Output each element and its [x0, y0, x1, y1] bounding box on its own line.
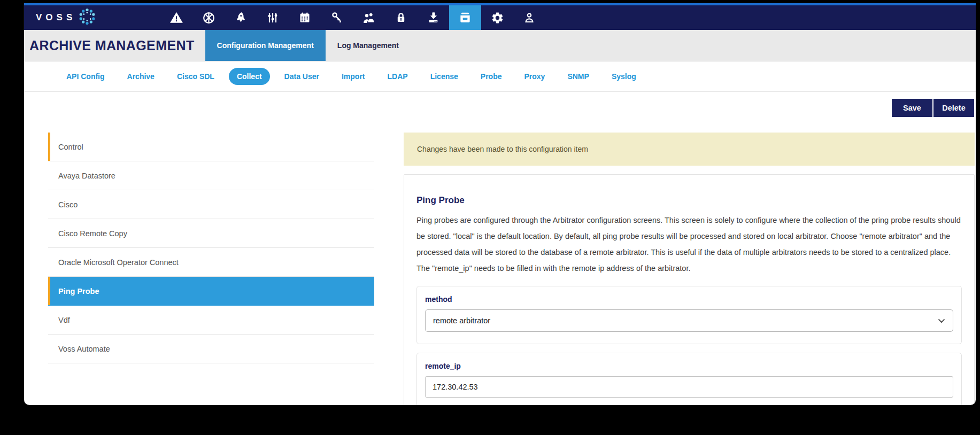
action-toolbar: Save Delete [24, 92, 976, 122]
method-field-label: method [425, 295, 953, 304]
alerts-nav-button[interactable] [160, 5, 192, 30]
remote-ip-field-label: remote_ip [425, 362, 953, 370]
list-item-control[interactable]: Control [48, 133, 374, 161]
top-nav-icons [160, 5, 545, 30]
person-icon [523, 11, 536, 24]
launch-nav-button[interactable] [225, 5, 257, 30]
subnav-item-api-config[interactable]: API Config [58, 68, 113, 85]
voss-logo-text: VOSS [36, 12, 76, 23]
subnav-item-ldap[interactable]: LDAP [380, 68, 416, 85]
subnav-item-license[interactable]: License [422, 68, 466, 85]
rocket-icon [234, 11, 247, 24]
subnav-item-proxy[interactable]: Proxy [516, 68, 553, 85]
config-item-list: Control Avaya Datastore Cisco Cisco Remo… [48, 133, 374, 363]
schedule-nav-button[interactable] [289, 5, 321, 30]
method-select-value: remote arbitrator [433, 316, 490, 325]
user-groups-nav-button[interactable] [353, 5, 385, 30]
ping-probe-panel: Ping Probe Ping probes are configured th… [404, 174, 975, 405]
list-item-avaya-datastore[interactable]: Avaya Datastore [48, 161, 374, 190]
network-nav-button[interactable] [192, 5, 225, 30]
lock-icon [395, 11, 407, 24]
voss-logo: VOSS [36, 6, 97, 29]
app-window: VOSS [24, 3, 976, 405]
method-select[interactable]: remote arbitrator [425, 309, 953, 332]
config-subnav: API Config Archive Cisco SDL Collect Dat… [24, 61, 976, 91]
top-nav-bar: VOSS [24, 5, 976, 30]
remote-ip-field-group: remote_ip [416, 353, 962, 405]
subnav-item-probe[interactable]: Probe [473, 68, 510, 85]
list-item-ping-probe[interactable]: Ping Probe [48, 277, 374, 306]
page-title: ARCHIVE MANAGEMENT [29, 38, 195, 53]
subnav-item-import[interactable]: Import [334, 68, 373, 85]
network-globe-icon [202, 11, 215, 25]
settings-sliders-nav-button[interactable] [257, 5, 289, 30]
warning-icon [169, 11, 183, 25]
tab-log-management[interactable]: Log Management [326, 30, 411, 61]
list-item-vdf[interactable]: Vdf [48, 306, 374, 335]
import-export-nav-button[interactable] [417, 5, 449, 30]
key-icon [330, 11, 343, 24]
list-item-cisco-remote-copy[interactable]: Cisco Remote Copy [48, 219, 374, 248]
security-nav-button[interactable] [385, 5, 417, 30]
list-item-voss-automate[interactable]: Voss Automate [48, 335, 374, 363]
list-item-oracle-microsoft-operator-connect[interactable]: Oracle Microsoft Operator Connect [48, 248, 374, 277]
users-icon [362, 11, 376, 25]
voss-logo-icon [77, 6, 97, 29]
method-field-group: method remote arbitrator [416, 286, 962, 344]
subnav-item-syslog[interactable]: Syslog [604, 68, 644, 85]
main-area: Control Avaya Datastore Cisco Cisco Remo… [24, 122, 976, 405]
page-header: ARCHIVE MANAGEMENT Configuration Managem… [24, 30, 976, 61]
chevron-down-icon [938, 316, 945, 325]
remote-ip-input[interactable] [425, 376, 953, 398]
system-settings-nav-button[interactable] [481, 5, 513, 30]
download-icon [427, 11, 440, 25]
section-description: Ping probes are configured through the A… [416, 212, 962, 276]
list-item-cisco[interactable]: Cisco [48, 190, 374, 219]
module-tabs: Configuration Management Log Management [205, 30, 411, 61]
access-keys-nav-button[interactable] [321, 5, 353, 30]
tab-configuration-management[interactable]: Configuration Management [205, 30, 326, 61]
subnav-item-archive[interactable]: Archive [119, 68, 163, 85]
unsaved-changes-banner: Changes have been made to this configura… [404, 133, 975, 166]
detail-pane: Changes have been made to this configura… [404, 133, 975, 405]
gear-icon [491, 11, 504, 25]
subnav-item-snmp[interactable]: SNMP [559, 68, 597, 85]
save-button[interactable]: Save [892, 99, 932, 117]
archive-box-icon [458, 11, 472, 25]
section-title: Ping Probe [416, 195, 962, 206]
subnav-item-data-user[interactable]: Data User [276, 68, 327, 85]
account-nav-button[interactable] [513, 5, 545, 30]
subnav-item-cisco-sdl[interactable]: Cisco SDL [169, 68, 222, 85]
subnav-item-collect[interactable]: Collect [229, 68, 270, 85]
archive-nav-button[interactable] [449, 5, 481, 30]
sliders-icon [266, 11, 279, 24]
calendar-icon [298, 11, 311, 24]
delete-button[interactable]: Delete [933, 99, 974, 117]
